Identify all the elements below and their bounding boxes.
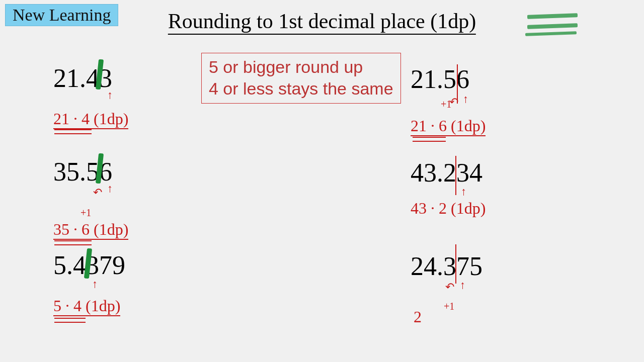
- double-underline: [54, 318, 86, 323]
- arrow-up-icon: ↶: [93, 186, 102, 199]
- arrow-up-icon: ↑: [461, 185, 466, 198]
- title-highlight-stroke: [527, 13, 578, 19]
- handwritten-answer: 43 · 2 (1dp): [411, 199, 486, 218]
- arrow-up-icon: ↑: [460, 279, 465, 292]
- handwritten-answer: 2: [414, 308, 422, 326]
- title-highlight-stroke: [525, 31, 577, 36]
- handwritten-answer: 5 · 4 (1dp): [53, 297, 120, 315]
- example-number: 21.56: [411, 64, 469, 94]
- slide-title: Rounding to 1st decimal place (1dp): [168, 9, 476, 35]
- plus-one-annotation: +1: [444, 301, 454, 312]
- example-number: 35.56: [53, 157, 112, 187]
- new-learning-badge: New Learning: [5, 4, 118, 26]
- arrow-up-icon: ↑: [463, 93, 468, 106]
- handwritten-answer: 21 · 6 (1dp): [411, 117, 486, 135]
- rule-line: 4 or less stays the same: [209, 78, 393, 100]
- handwritten-answer: 21 · 4 (1dp): [53, 110, 128, 128]
- double-underline: [54, 240, 92, 245]
- red-divider-line: [455, 156, 456, 195]
- plus-one-annotation: +1: [80, 207, 91, 219]
- handwritten-answer: 35 · 6 (1dp): [53, 220, 128, 239]
- double-underline: [54, 129, 92, 134]
- example-number: 24.375: [411, 251, 482, 281]
- double-underline: [413, 137, 446, 142]
- rounding-rule-box: 5 or bigger round up 4 or less stays the…: [201, 53, 401, 104]
- arrow-up-icon: ↑: [107, 182, 113, 195]
- arrow-up-icon: ↑: [107, 88, 113, 102]
- plus-one-annotation: +1: [441, 99, 451, 110]
- example-number: 43.234: [411, 158, 482, 188]
- arrow-up-icon: ↶: [445, 281, 454, 294]
- arrow-up-icon: ↑: [92, 278, 98, 291]
- red-divider-line: [455, 244, 456, 284]
- title-highlight-stroke: [527, 23, 578, 29]
- rule-line: 5 or bigger round up: [209, 56, 393, 78]
- example-number: 21.43: [53, 63, 112, 93]
